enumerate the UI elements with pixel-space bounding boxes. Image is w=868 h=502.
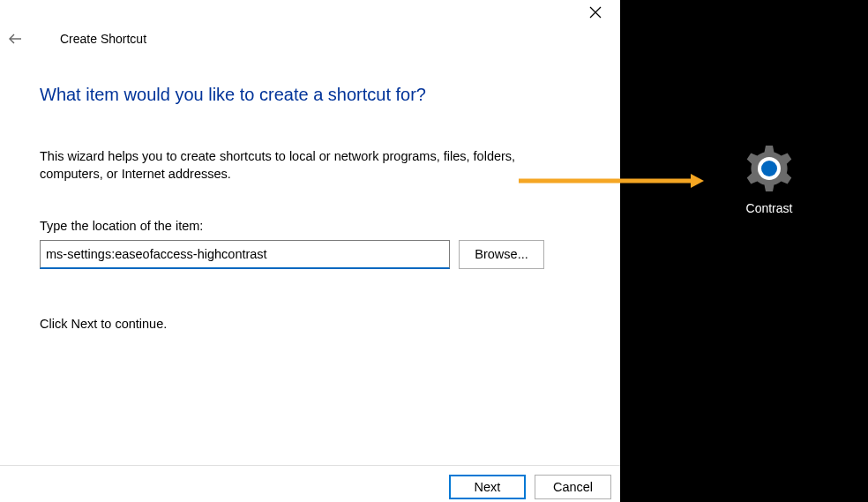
desktop-area: Contrast [620, 0, 868, 502]
wizard-description: This wizard helps you to create shortcut… [40, 147, 534, 184]
location-label: Type the location of the item: [40, 219, 580, 233]
back-arrow-icon [7, 31, 23, 47]
location-input[interactable] [40, 240, 450, 269]
continue-text: Click Next to continue. [40, 317, 580, 331]
location-row: Browse... [40, 240, 580, 269]
desktop-shortcut[interactable]: Contrast [744, 143, 795, 215]
back-button[interactable] [6, 30, 24, 48]
wizard-content: What item would you like to create a sho… [40, 85, 580, 331]
close-icon [589, 6, 602, 19]
wizard-footer: Next Cancel [0, 465, 620, 502]
cancel-button[interactable]: Cancel [535, 475, 611, 499]
browse-button[interactable]: Browse... [459, 240, 544, 269]
next-button[interactable]: Next [449, 475, 526, 499]
close-button[interactable] [583, 0, 608, 25]
svg-marker-4 [691, 174, 704, 188]
gear-icon [744, 143, 795, 194]
arrow-annotation-icon [519, 172, 704, 190]
svg-point-6 [761, 161, 777, 176]
create-shortcut-wizard: Create Shortcut What item would you like… [0, 0, 620, 502]
wizard-title: Create Shortcut [60, 32, 146, 46]
wizard-heading: What item would you like to create a sho… [40, 85, 580, 105]
shortcut-label: Contrast [746, 201, 793, 215]
